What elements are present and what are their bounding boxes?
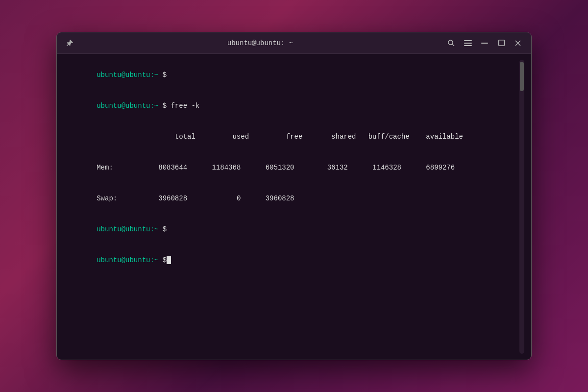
mem-label: Mem:: [97, 164, 158, 172]
scrollbar[interactable]: [519, 60, 524, 354]
prompt-line-3: ubuntu@ubuntu:~ $: [64, 214, 517, 245]
terminal-content: ubuntu@ubuntu:~ $ ubuntu@ubuntu:~ $ free…: [64, 60, 517, 354]
prompt-user-1: ubuntu@ubuntu:: [97, 71, 154, 79]
svg-rect-4: [464, 45, 472, 46]
search-button[interactable]: [444, 36, 459, 50]
minimize-button[interactable]: [477, 36, 492, 50]
prompt-line-1: ubuntu@ubuntu:~ $: [64, 60, 517, 91]
maximize-button[interactable]: [494, 36, 509, 50]
scrollbar-thumb[interactable]: [520, 62, 524, 91]
svg-rect-3: [464, 43, 472, 44]
swap-used: 0 3960828: [187, 195, 294, 202]
close-button[interactable]: [511, 36, 525, 50]
window-title: ubuntu@ubuntu: ~: [76, 39, 444, 47]
prompt-tilde-2: ~: [154, 102, 158, 110]
svg-point-0: [448, 40, 453, 45]
svg-rect-6: [498, 40, 504, 46]
prompt-tilde-3: ~: [154, 225, 158, 233]
swap-total: 3960828: [158, 195, 187, 202]
prompt-line-active: ubuntu@ubuntu:~ $: [64, 245, 517, 276]
titlebar-controls: [444, 36, 525, 50]
prompt-tilde-active: ~: [154, 256, 158, 264]
terminal-cursor: [167, 256, 171, 264]
titlebar-left: [63, 36, 76, 50]
prompt-user-2: ubuntu@ubuntu:: [97, 102, 154, 110]
pin-button[interactable]: [63, 36, 76, 50]
header-total: total used free shared buff/cache availa…: [97, 133, 463, 141]
terminal-body[interactable]: ubuntu@ubuntu:~ $ ubuntu@ubuntu:~ $ free…: [57, 54, 531, 360]
prompt-user-3: ubuntu@ubuntu:: [97, 225, 154, 233]
prompt-dollar-1: $: [158, 71, 167, 79]
mem-total: 8083644: [158, 164, 187, 172]
titlebar: ubuntu@ubuntu: ~: [57, 32, 531, 54]
prompt-line-2: ubuntu@ubuntu:~ $ free -k: [64, 91, 517, 122]
prompt-dollar-3: $: [158, 225, 167, 233]
svg-rect-2: [464, 40, 472, 41]
prompt-user-active: ubuntu@ubuntu:: [97, 256, 154, 264]
menu-button[interactable]: [461, 36, 475, 50]
svg-line-1: [452, 44, 454, 46]
swap-row: Swap: 3960828 0 3960828: [64, 183, 517, 214]
svg-rect-5: [481, 43, 488, 44]
swap-label: Swap:: [97, 195, 158, 202]
prompt-dollar-active: $: [158, 256, 167, 264]
terminal-window: ubuntu@ubuntu: ~: [56, 32, 532, 360]
table-header-row: total used free shared buff/cache availa…: [64, 122, 517, 152]
mem-row: Mem: 8083644 1184368 6051320 36132 11463…: [64, 152, 517, 183]
cmd-free: free -k: [167, 102, 199, 110]
prompt-tilde-1: ~: [154, 71, 158, 79]
prompt-dollar-2: $: [158, 102, 167, 110]
mem-used: 1184368 6051320 36132 1146328 6899276: [187, 164, 455, 172]
